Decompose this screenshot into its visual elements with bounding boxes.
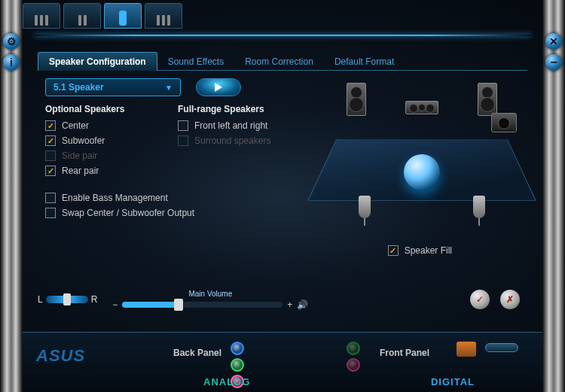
checkbox-icon bbox=[45, 193, 56, 203]
checkbox-speaker-fill[interactable]: Speaker Fill bbox=[388, 245, 452, 256]
digital-label: DIGITAL bbox=[431, 376, 475, 387]
volume-plus[interactable]: + bbox=[287, 299, 292, 310]
checkbox-label: Center bbox=[62, 120, 89, 131]
checkbox-label: Enable Bass Management bbox=[62, 193, 168, 203]
checkbox-icon bbox=[45, 166, 56, 176]
viz-speaker-subwoofer[interactable] bbox=[491, 113, 517, 132]
volume-area: L R Main Volume − + 🔊 ✓ ✗ bbox=[38, 284, 520, 315]
checkbox-label: Subwoofer bbox=[62, 135, 105, 146]
sound-icon[interactable]: 🔊 bbox=[297, 299, 308, 310]
footer-folder-button[interactable] bbox=[457, 342, 476, 357]
checkbox-rear-pair[interactable]: Rear pair bbox=[45, 166, 158, 176]
checkbox-label: Side pair bbox=[62, 150, 97, 161]
play-icon bbox=[215, 83, 222, 92]
tab-bar: Speaker Configuration Sound Effects Room… bbox=[38, 53, 527, 71]
speaker-config-dropdown[interactable]: 5.1 Speaker ▼ bbox=[45, 78, 181, 96]
checkbox-label: Rear pair bbox=[62, 166, 99, 176]
checkbox-front-lr[interactable]: Front left and right bbox=[178, 120, 291, 131]
tab-room-correction[interactable]: Room Correction bbox=[234, 53, 324, 71]
checkbox-subwoofer[interactable]: Subwoofer bbox=[45, 135, 158, 146]
close-icon: ✕ bbox=[549, 35, 558, 47]
checkbox-icon bbox=[45, 150, 56, 161]
jack-front-pink[interactable] bbox=[347, 358, 360, 372]
optional-heading: Optional Speakers bbox=[45, 104, 158, 114]
gear-icon: ⚙ bbox=[7, 35, 17, 47]
checkbox-icon bbox=[45, 135, 56, 146]
dropdown-value: 5.1 Speaker bbox=[53, 82, 104, 93]
device-thumb-1[interactable] bbox=[23, 3, 60, 29]
slider-thumb bbox=[63, 293, 71, 305]
viz-speaker-front-left[interactable] bbox=[347, 83, 366, 116]
checkbox-icon bbox=[178, 135, 188, 146]
tab-speaker-config[interactable]: Speaker Configuration bbox=[38, 52, 157, 71]
jack-back-green[interactable] bbox=[231, 358, 244, 372]
fullrange-heading: Full-range Speakers bbox=[178, 104, 291, 114]
front-panel-label: Front Panel bbox=[380, 348, 429, 358]
main-volume-slider[interactable] bbox=[122, 302, 282, 308]
viz-listener-orb bbox=[404, 154, 440, 190]
brand-logo: ASUS bbox=[36, 346, 85, 366]
checkbox-surround: Surround speakers bbox=[178, 135, 291, 146]
volume-minus[interactable]: − bbox=[112, 299, 118, 310]
device-thumb-3[interactable] bbox=[104, 3, 142, 29]
device-thumb-2[interactable] bbox=[63, 3, 101, 29]
ok-button[interactable]: ✓ bbox=[470, 290, 490, 309]
jack-back-blue[interactable] bbox=[231, 342, 244, 355]
checkbox-side-pair: Side pair bbox=[45, 150, 158, 161]
viz-speaker-center[interactable] bbox=[405, 101, 438, 114]
chevron-down-icon: ▼ bbox=[165, 84, 173, 92]
info-button[interactable]: i bbox=[3, 54, 20, 71]
viz-speaker-rear-left[interactable] bbox=[359, 196, 371, 218]
checkbox-icon bbox=[388, 245, 399, 256]
analog-label: ANALOG bbox=[203, 376, 250, 387]
checkbox-center[interactable]: Center bbox=[45, 120, 158, 131]
viz-speaker-rear-right[interactable] bbox=[473, 196, 485, 218]
device-thumb-4[interactable] bbox=[145, 3, 182, 29]
minimize-icon: − bbox=[550, 56, 557, 69]
fullrange-speakers-group: Full-range Speakers Front left and right… bbox=[178, 104, 291, 181]
footer: ASUS Back Panel Front Panel ANALOG DIGIT… bbox=[23, 332, 542, 392]
header-divider bbox=[34, 35, 531, 36]
footer-toggle-button[interactable] bbox=[485, 343, 518, 352]
checkbox-icon bbox=[45, 208, 56, 218]
main-volume-label: Main Volume bbox=[112, 290, 308, 298]
balance-slider[interactable] bbox=[46, 296, 88, 303]
minimize-button[interactable]: − bbox=[545, 54, 562, 71]
checkbox-label: Front left and right bbox=[194, 120, 267, 131]
jack-front-green[interactable] bbox=[347, 342, 360, 355]
viz-speaker-front-right[interactable] bbox=[478, 83, 497, 116]
settings-button[interactable]: ⚙ bbox=[3, 33, 20, 50]
slider-thumb bbox=[174, 299, 183, 311]
close-button[interactable]: ✕ bbox=[545, 33, 562, 50]
checkbox-icon bbox=[178, 120, 188, 131]
checkbox-label: Surround speakers bbox=[194, 135, 270, 146]
x-icon: ✗ bbox=[506, 294, 514, 305]
tab-default-format[interactable]: Default Format bbox=[324, 53, 405, 71]
balance-r-label: R bbox=[91, 294, 98, 305]
checkbox-label: Swap Center / Subwoofer Output bbox=[62, 208, 194, 218]
balance-l-label: L bbox=[38, 294, 43, 305]
info-icon: i bbox=[10, 56, 13, 68]
optional-speakers-group: Optional Speakers Center Subwoofer Side … bbox=[45, 104, 158, 181]
device-thumbnails bbox=[23, 0, 182, 29]
back-panel-label: Back Panel bbox=[173, 348, 221, 358]
tab-sound-effects[interactable]: Sound Effects bbox=[157, 53, 235, 71]
checkbox-label: Speaker Fill bbox=[405, 245, 452, 256]
check-icon: ✓ bbox=[476, 294, 484, 305]
speaker-visualizer bbox=[324, 75, 520, 226]
test-play-button[interactable] bbox=[196, 78, 241, 96]
checkbox-icon bbox=[45, 120, 56, 131]
cancel-button[interactable]: ✗ bbox=[500, 290, 520, 309]
